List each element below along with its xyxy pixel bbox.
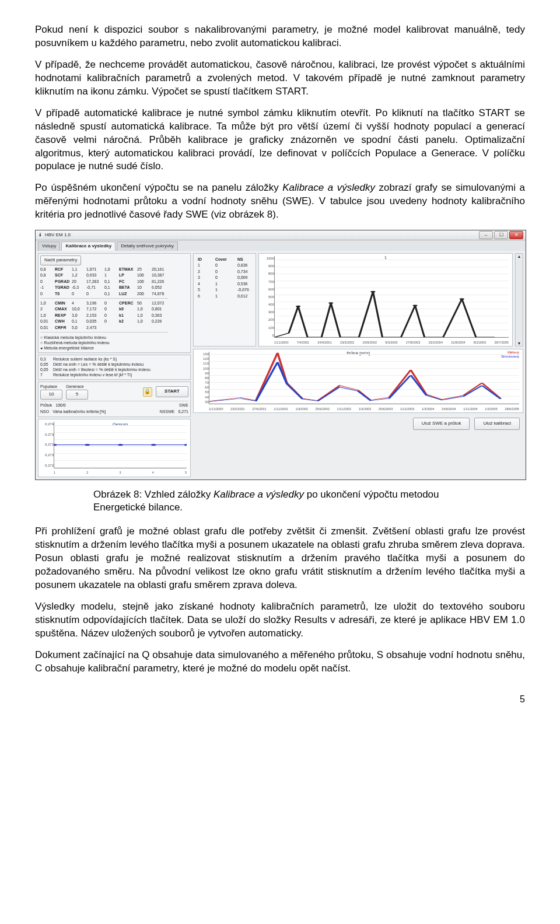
- param-value[interactable]: 25: [137, 267, 150, 272]
- correction-row[interactable]: 0,05Déšť na sníh = Bezlesí = % déště k t…: [40, 368, 188, 373]
- scrollbar[interactable]: [515, 253, 523, 346]
- generace-label: Generace: [66, 384, 88, 389]
- swe-label: SWE: [179, 402, 188, 408]
- param-value[interactable]: 2,153: [86, 313, 103, 318]
- param-value[interactable]: 1,0: [137, 313, 150, 318]
- param-value[interactable]: 0: [40, 291, 53, 296]
- ns-cell: 5: [198, 287, 211, 292]
- tab-detaily[interactable]: Detaily sněhové pokrývky: [117, 242, 178, 251]
- generace-input[interactable]: 5: [66, 390, 88, 400]
- param-value[interactable]: 0,363: [152, 313, 168, 318]
- paragraph-4: Po úspěšném ukončení výpočtu se na panel…: [35, 181, 525, 222]
- param-value[interactable]: 1,0: [40, 313, 53, 318]
- maximize-button[interactable]: ☐: [494, 231, 508, 239]
- param-label: k0: [119, 306, 135, 312]
- param-value[interactable]: 17,283: [86, 279, 103, 284]
- param-value[interactable]: 1,0: [104, 267, 117, 272]
- param-value[interactable]: 1,1: [72, 267, 85, 272]
- param-value[interactable]: -1: [40, 285, 53, 290]
- param-value[interactable]: 1,071: [86, 267, 103, 272]
- param-value[interactable]: 5,0: [72, 325, 85, 330]
- minimize-button[interactable]: –: [479, 231, 493, 239]
- param-value[interactable]: 0,1: [104, 285, 117, 290]
- tab-vstupy[interactable]: Vstupy: [38, 242, 60, 251]
- method-option[interactable]: Metoda energetické bilance: [40, 345, 188, 351]
- param-value[interactable]: 20,161: [152, 267, 168, 272]
- populace-input[interactable]: 10: [40, 390, 62, 400]
- save-swe-button[interactable]: Ulož SWE a průtok: [413, 418, 470, 430]
- param-value[interactable]: 100: [137, 272, 150, 278]
- ns-cell: 0,536: [237, 281, 257, 286]
- param-value[interactable]: -0,3: [72, 285, 85, 290]
- correction-row[interactable]: 0,3Redukce solární radiace ks (ks * S): [40, 357, 188, 362]
- param-value[interactable]: 10,387: [152, 272, 168, 278]
- flow-chart: Průtok [m³/s] Měřený Simulovaný 13012011…: [193, 349, 523, 413]
- lock-icon[interactable]: 🔒: [143, 387, 152, 397]
- param-value[interactable]: 0,8: [40, 267, 53, 272]
- start-button[interactable]: START: [156, 386, 188, 397]
- param-value[interactable]: 3,0: [72, 313, 85, 318]
- param-value[interactable]: 0,1: [104, 291, 117, 296]
- param-value[interactable]: 200: [137, 291, 150, 296]
- param-value[interactable]: 0: [72, 291, 85, 296]
- tab-kalibrace[interactable]: Kalibrace a výsledky: [61, 242, 116, 251]
- param-value[interactable]: 3,196: [86, 300, 103, 306]
- param-value[interactable]: 2: [40, 306, 53, 312]
- param-value[interactable]: 20: [72, 279, 85, 284]
- param-label: BETA: [119, 285, 135, 290]
- param-value[interactable]: 0,01: [40, 318, 53, 324]
- param-value[interactable]: 50: [137, 300, 150, 306]
- method-option[interactable]: Klasická metoda teplotního indexu: [40, 335, 188, 340]
- param-value[interactable]: 7,172: [86, 306, 103, 312]
- param-value[interactable]: 2,473: [86, 325, 103, 330]
- param-label: T0: [55, 291, 70, 296]
- param-value[interactable]: 0: [104, 306, 117, 312]
- param-value[interactable]: 0,1: [104, 279, 117, 284]
- param-value[interactable]: 0: [104, 318, 117, 324]
- param-value[interactable]: -0,71: [86, 285, 103, 290]
- param-value[interactable]: 0,1: [72, 318, 85, 324]
- param-label: PGRAD: [55, 279, 70, 284]
- param-value[interactable]: 0,801: [152, 306, 168, 312]
- param-value[interactable]: 12,072: [152, 300, 168, 306]
- param-value[interactable]: 0,226: [152, 318, 168, 324]
- svg-point-5: [296, 306, 300, 307]
- param-value[interactable]: 0: [104, 313, 117, 318]
- load-params-button[interactable]: Načti parametry: [40, 256, 81, 265]
- param-value[interactable]: 1,2: [72, 272, 85, 278]
- param-value[interactable]: 1,0: [40, 300, 53, 306]
- correction-row[interactable]: 7Redukce teplotního indexu v lese kf (kf…: [40, 373, 188, 378]
- param-value[interactable]: 10: [137, 285, 150, 290]
- param-value[interactable]: 0,8: [40, 272, 53, 278]
- correction-row[interactable]: 0,05Déšť na sníh = Les = % déště k teplo…: [40, 362, 188, 368]
- param-value[interactable]: 0,035: [86, 318, 103, 324]
- ns-cell: 0: [215, 269, 233, 274]
- param-value[interactable]: 1,0: [137, 318, 150, 324]
- param-value[interactable]: 1: [104, 272, 117, 278]
- save-cal-button[interactable]: Ulož kalibraci: [474, 418, 520, 430]
- param-value[interactable]: 81,226: [152, 279, 168, 284]
- svg-point-2: [118, 443, 123, 445]
- param-value[interactable]: 1,0: [137, 306, 150, 312]
- param-label: k2: [119, 318, 135, 324]
- close-button[interactable]: ✕: [509, 231, 523, 239]
- param-value[interactable]: 6,052: [152, 285, 168, 290]
- param-value[interactable]: 0,01: [40, 325, 53, 330]
- paragraph-3: V případě automatické kalibrace je nutné…: [35, 107, 525, 174]
- param-label: REXP: [55, 313, 70, 318]
- param-value[interactable]: 0: [104, 300, 117, 306]
- method-option[interactable]: Rozšířená metoda teplotního indexu: [40, 340, 188, 345]
- ns-table-panel: IDCoverNS100,836200,734300,069410,53651-…: [193, 253, 256, 346]
- ns-cell: 1: [215, 281, 233, 286]
- param-label: LP: [119, 272, 135, 278]
- param-value[interactable]: 0: [86, 291, 103, 296]
- param-value[interactable]: 100: [137, 279, 150, 284]
- param-value[interactable]: 74,878: [152, 291, 168, 296]
- param-value[interactable]: 4: [72, 300, 85, 306]
- param-value[interactable]: 10,0: [72, 306, 85, 312]
- ns-cell: 0,734: [237, 269, 257, 274]
- param-value[interactable]: 0,933: [86, 272, 103, 278]
- param-label: LUZ: [119, 291, 135, 296]
- svg-point-1: [85, 443, 90, 445]
- param-value[interactable]: 0: [40, 279, 53, 284]
